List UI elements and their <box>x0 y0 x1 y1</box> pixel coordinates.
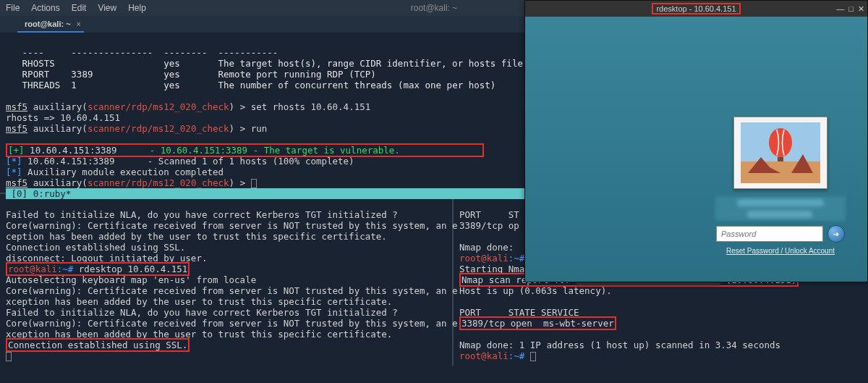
close-icon[interactable]: ✕ <box>858 4 864 14</box>
maximize-icon[interactable]: □ <box>848 4 854 14</box>
balloon-image <box>741 122 820 183</box>
terminal-bottom-left[interactable]: Failed to initialize NLA, do you have co… <box>0 194 454 366</box>
close-icon[interactable]: × <box>77 20 81 28</box>
menu-file[interactable]: File <box>6 3 20 13</box>
rdesktop-window[interactable]: rdesktop - 10.60.4.151 — □ ✕ <box>524 0 868 282</box>
cursor <box>6 352 12 361</box>
menu-actions[interactable]: Actions <box>31 3 59 13</box>
user-avatar-tile[interactable] <box>733 117 827 189</box>
tab-terminal[interactable]: root@kali: ~ × <box>17 17 84 33</box>
minimize-icon[interactable]: — <box>836 4 844 14</box>
menu-view[interactable]: View <box>98 3 116 13</box>
cursor <box>251 179 257 188</box>
reset-password-link[interactable]: Reset Password / Unlock Account <box>708 247 853 255</box>
highlight-port-open: 3389/tcp open ms-wbt-server <box>459 316 616 330</box>
rdesktop-titlebar[interactable]: rdesktop - 10.60.4.151 — □ ✕ <box>525 1 867 17</box>
login-panel: ➔ Reset Password / Unlock Account <box>708 117 853 255</box>
highlight-ssl-established: Connection established using SSL. <box>6 338 190 352</box>
cursor <box>530 352 536 361</box>
username-blurred <box>715 196 846 221</box>
password-input[interactable] <box>716 226 823 242</box>
menu-edit[interactable]: Edit <box>72 3 87 13</box>
tab-label: root@kali: ~ <box>25 20 71 28</box>
svg-point-4 <box>769 128 792 157</box>
menu-help[interactable]: Help <box>128 3 146 13</box>
login-submit-button[interactable]: ➔ <box>827 225 845 243</box>
arrow-right-icon: ➔ <box>833 228 839 240</box>
rdesktop-title: rdesktop - 10.60.4.151 <box>652 3 740 14</box>
rdesktop-body: ➔ Reset Password / Unlock Account <box>525 17 867 282</box>
svg-rect-5 <box>778 157 783 161</box>
